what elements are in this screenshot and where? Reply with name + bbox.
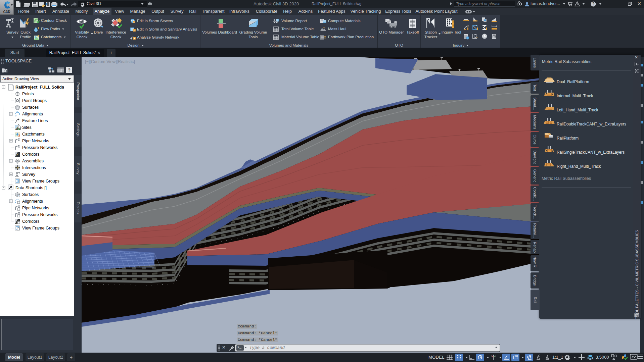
svg-text:?: ? <box>592 2 594 6</box>
